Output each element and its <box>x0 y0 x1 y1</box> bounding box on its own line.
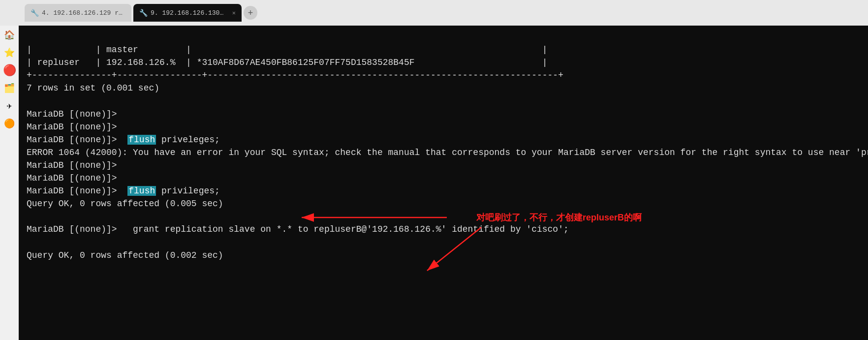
tab-icon-2: 🔧 <box>139 9 148 17</box>
terminal-error-1: ERROR 1064 (42000): You have an error in… <box>27 148 563 157</box>
terminal-cmd-flush-correct: MariaDB [(none)]> flush privileges; <box>27 186 220 196</box>
tab-label-2: 9. 192.168.126.130 rock-vmwaresta <box>151 9 227 17</box>
sidebar-icon-alert[interactable]: 🔴 <box>2 63 17 78</box>
terminal-window: | | master | | | repluser | 192.168.126.… <box>19 26 868 340</box>
terminal-prompt4: MariaDB [(none)]> <box>27 173 117 183</box>
terminal-cmd-flush-typo: MariaDB [(none)]> flush priveleges; <box>27 135 220 145</box>
sidebar: 🏠 ⭐ 🔴 🗂️ ✈️ 🟠 <box>0 26 19 340</box>
sidebar-icon-star[interactable]: ⭐ <box>2 45 17 60</box>
sidebar-icon-home[interactable]: 🏠 <box>2 28 17 42</box>
terminal-query-ok-2: Query OK, 0 rows affected (0.002 sec) <box>27 250 223 260</box>
terminal-prompt3: MariaDB [(none)]> <box>27 160 117 170</box>
terminal-query-ok-1: Query OK, 0 rows affected (0.005 sec) <box>27 199 223 209</box>
sidebar-icon-folder[interactable]: 🗂️ <box>2 81 17 95</box>
tab-label-1: 4. 192.168.126.129 rock-vmwarestation <box>42 9 125 17</box>
flush-keyword-1: flush <box>127 135 156 145</box>
tab-icon-1: 🔧 <box>31 9 39 17</box>
tab-active[interactable]: 🔧 9. 192.168.126.130 rock-vmwaresta ✕ <box>133 4 242 22</box>
terminal-error-2: ariaDB server version for the right synt… <box>563 148 868 157</box>
flush-keyword-2: flush <box>127 186 156 196</box>
terminal-divider: +---------------+----------------+------… <box>27 70 563 80</box>
browser-chrome: 🔧 4. 192.168.126.129 rock-vmwarestation … <box>0 0 868 26</box>
tab-close-button[interactable]: ✕ <box>232 9 236 17</box>
sidebar-icon-plane[interactable]: ✈️ <box>2 98 17 113</box>
terminal-prompt2: MariaDB [(none)]> <box>27 122 117 132</box>
tab-inactive[interactable]: 🔧 4. 192.168.126.129 rock-vmwarestation <box>25 4 131 22</box>
terminal-header-row2: | repluser | 192.168.126.% | *310AF8D67A… <box>27 58 548 67</box>
terminal-header-row1: | | master | | <box>27 45 548 55</box>
terminal-grant-cmd: MariaDB [(none)]> grant replication slav… <box>27 224 569 234</box>
terminal-rowcount: 7 rows in set (0.001 sec) <box>27 83 159 93</box>
sidebar-icon-orange[interactable]: 🟠 <box>2 116 17 131</box>
terminal-prompt1: MariaDB [(none)]> <box>27 109 117 119</box>
new-tab-button[interactable]: + <box>244 6 257 20</box>
